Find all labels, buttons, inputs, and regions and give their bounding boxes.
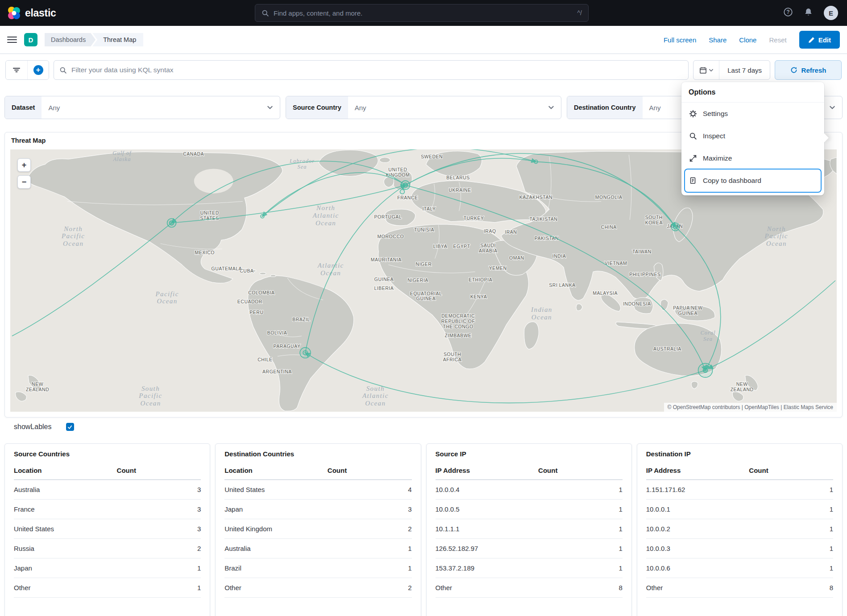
table-cell: Japan — [14, 558, 117, 578]
breadcrumb-dashboards[interactable]: Dashboards — [45, 33, 95, 46]
map-label: NorthPacificOcean — [61, 225, 85, 247]
kibana-dashboard-page: elastic ^/ ? E — [0, 0, 847, 616]
inspect-icon — [689, 132, 698, 141]
map-label: KENYA — [470, 295, 487, 300]
map-label: TUNISIA — [414, 227, 434, 232]
add-filter-button[interactable]: + — [27, 61, 49, 79]
map-label: PORTUGAL — [374, 215, 402, 219]
table-cell: 1 — [749, 480, 833, 500]
map-label: PHILIPPINES — [629, 272, 660, 277]
table-row: United Kingdom2 — [224, 519, 411, 539]
map-label: IRAQ — [484, 229, 496, 234]
elastic-home-link[interactable]: elastic — [7, 6, 56, 20]
menu-item-copy-to-dashboard[interactable]: Copy to dashboard — [685, 170, 821, 192]
table-cell: 1 — [749, 558, 833, 578]
control-value: Any — [348, 104, 541, 112]
map-label: TAJIKISTAN — [529, 217, 557, 222]
panel-title: Source IP — [436, 449, 623, 463]
control-value: Any — [42, 104, 260, 112]
map-label: ETHIOPIA — [469, 277, 492, 282]
menu-item-settings[interactable]: Settings — [685, 103, 821, 125]
kql-query-input[interactable] — [71, 66, 683, 74]
table-cell: 1 — [749, 539, 833, 558]
show-labels-checkbox[interactable] — [66, 423, 74, 431]
menu-hamburger-icon[interactable] — [7, 37, 17, 43]
table-row: Brazil1 — [224, 558, 411, 578]
map-label: CANADA — [183, 152, 204, 157]
table-cell: 1 — [538, 558, 623, 578]
table-cell: Other — [436, 578, 539, 598]
menu-item-label: Maximize — [703, 154, 732, 162]
map-label: VIETNAM — [605, 261, 627, 266]
table-cell: 10.0.0.5 — [436, 500, 539, 519]
svg-text:?: ? — [786, 9, 789, 15]
global-search[interactable]: ^/ — [255, 4, 589, 22]
table-row: France3 — [14, 500, 201, 519]
column-header[interactable]: Count — [328, 463, 412, 480]
map-label: CHINA — [601, 225, 617, 230]
table-cell: 1 — [538, 500, 623, 519]
map-label: Gulf ofAlaska — [112, 150, 132, 162]
table-cell: 153.37.2.189 — [436, 558, 539, 578]
table-row: 10.1.1.11 — [436, 519, 623, 539]
column-header[interactable]: Count — [749, 463, 833, 480]
map-label: SOUTHAFRICA — [443, 352, 462, 362]
map-label: KAZAKHSTAN — [519, 195, 552, 200]
clone-link[interactable]: Clone — [739, 36, 756, 44]
calendar-button[interactable] — [693, 61, 719, 79]
map-attribution[interactable]: © OpenStreetMap contributors | OpenMapTi… — [664, 403, 837, 412]
map-label: AUSTRALIA — [653, 347, 681, 351]
help-icon[interactable]: ? — [783, 7, 793, 19]
table-cell: 1.151.171.62 — [646, 480, 749, 500]
panel-title: Destination IP — [646, 449, 833, 463]
share-link[interactable]: Share — [709, 36, 727, 44]
filter-controls-button[interactable] — [6, 61, 27, 79]
map-label: LIBERIA — [374, 286, 394, 291]
user-avatar[interactable]: E — [824, 6, 838, 20]
map-label: TAIWAN — [632, 249, 652, 254]
map-label: ITALY — [422, 207, 436, 211]
table-cell: 2 — [328, 578, 412, 598]
hudson-bay — [194, 169, 233, 193]
map-label: MALAYSIA — [593, 291, 618, 296]
table-cell: Japan — [224, 500, 328, 519]
map-label: IndianOcean — [531, 306, 552, 321]
menu-item-maximize[interactable]: Maximize — [685, 147, 821, 170]
map-label: OMAN — [509, 256, 524, 260]
column-header[interactable]: Location — [14, 463, 117, 480]
map-label: SouthPacificOcean — [138, 385, 162, 407]
destination-countries-panel: Destination Countries LocationCountUnite… — [215, 443, 421, 616]
column-header[interactable]: Count — [117, 463, 201, 480]
refresh-button[interactable]: Refresh — [775, 60, 842, 80]
map-label: BELARUS — [446, 175, 470, 180]
table-cell: 10.0.0.4 — [436, 480, 539, 500]
edit-button[interactable]: Edit — [799, 31, 840, 49]
table-cell: 1 — [117, 558, 201, 578]
zoom-in-button[interactable]: + — [17, 158, 31, 172]
map-label: SAUDIARABIA — [479, 243, 498, 253]
control-dataset[interactable]: Dataset Any — [4, 96, 280, 119]
global-search-input[interactable] — [274, 9, 573, 17]
zoom-out-button[interactable]: − — [17, 175, 31, 189]
table-row: United States3 — [14, 519, 201, 539]
table-row: 10.0.0.51 — [436, 500, 623, 519]
column-header[interactable]: IP Address — [646, 463, 749, 480]
table-cell: 10.0.0.3 — [646, 539, 749, 558]
show-labels-label: showLables — [14, 423, 52, 431]
table-cell: Russia — [14, 539, 117, 558]
time-range-button[interactable]: Last 7 days — [719, 61, 770, 79]
notifications-bell-icon[interactable] — [804, 8, 813, 19]
full-screen-link[interactable]: Full screen — [664, 36, 696, 44]
table-cell: 126.52.182.97 — [436, 539, 539, 558]
table-cell: United States — [14, 519, 117, 539]
table-cell: Other — [224, 578, 328, 598]
control-source-country[interactable]: Source Country Any — [286, 96, 561, 119]
column-header[interactable]: Count — [538, 463, 623, 480]
column-header[interactable]: IP Address — [436, 463, 539, 480]
search-icon — [262, 9, 269, 17]
space-badge[interactable]: D — [24, 33, 37, 46]
map-label: DEMOCRATICREPUBLIC OFTHE CONGO — [441, 314, 475, 329]
chevron-down-icon — [260, 104, 280, 111]
column-header[interactable]: Location — [224, 463, 328, 480]
menu-item-inspect[interactable]: Inspect — [685, 125, 821, 147]
